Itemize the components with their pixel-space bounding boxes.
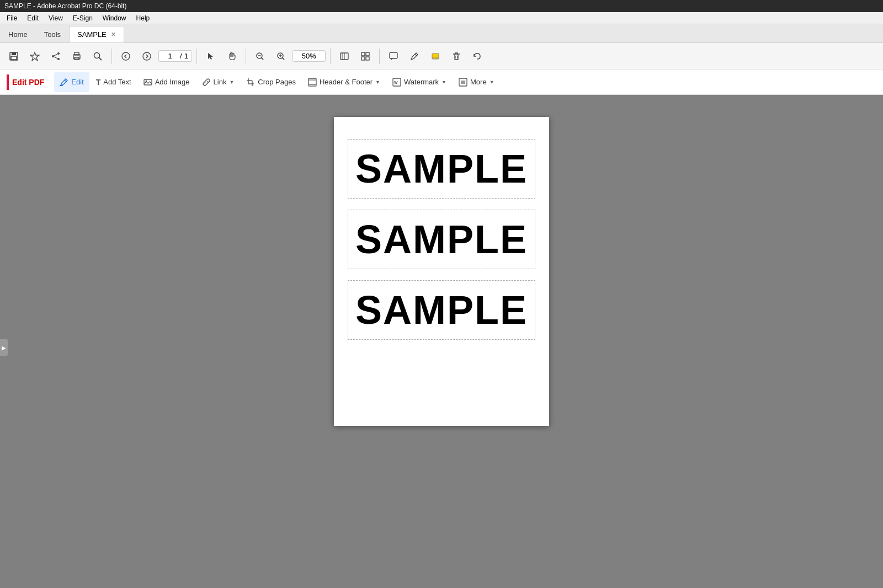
watermark-btn[interactable]: W Watermark ▼ xyxy=(387,72,452,92)
svg-rect-45 xyxy=(308,78,316,86)
menu-help[interactable]: Help xyxy=(132,13,155,23)
svg-rect-29 xyxy=(361,57,365,60)
star-icon xyxy=(30,51,40,61)
main-content: ▶ SAMPLE SAMPLE SAMPLE xyxy=(0,95,883,588)
tab-sample[interactable]: SAMPLE ✕ xyxy=(69,26,124,42)
grid-icon xyxy=(360,51,370,61)
tab-tools[interactable]: Tools xyxy=(36,26,69,42)
separator-5 xyxy=(379,49,380,64)
add-image-btn[interactable]: Add Image xyxy=(138,72,195,92)
undo-button[interactable] xyxy=(468,47,487,66)
menu-window[interactable]: Window xyxy=(98,13,131,23)
fit-page-icon xyxy=(339,51,349,61)
svg-line-21 xyxy=(282,57,284,60)
zoom-in-button[interactable] xyxy=(272,47,290,66)
header-footer-label: Header & Footer xyxy=(320,78,373,86)
main-toolbar: / 1 50% xyxy=(0,43,883,70)
delete-button[interactable] xyxy=(447,47,466,66)
panel-toggle[interactable]: ▶ xyxy=(0,339,8,356)
link-btn[interactable]: Link ▼ xyxy=(196,72,240,92)
delete-icon xyxy=(451,51,461,61)
cursor-icon xyxy=(206,52,215,61)
zoom-out-button[interactable] xyxy=(251,47,269,66)
next-page-icon xyxy=(142,52,151,61)
page-navigation: / 1 xyxy=(158,50,192,62)
menu-edit[interactable]: Edit xyxy=(23,13,43,23)
prev-page-button[interactable] xyxy=(116,47,135,66)
highlight-button[interactable] xyxy=(426,47,445,66)
text-block-3[interactable]: SAMPLE xyxy=(348,280,535,340)
tab-home-label: Home xyxy=(8,30,28,39)
crop-pages-label: Crop Pages xyxy=(258,78,296,86)
edit-pdf-text: Edit PDF xyxy=(12,78,44,87)
text-block-3-content: SAMPLE xyxy=(355,287,528,333)
crop-pages-btn[interactable]: Crop Pages xyxy=(241,72,301,92)
svg-point-5 xyxy=(52,55,54,57)
accent-bar xyxy=(7,74,9,90)
edit-btn-label: Edit xyxy=(71,78,83,86)
add-text-label: Add Text xyxy=(103,78,131,86)
title-bar: SAMPLE - Adobe Acrobat Pro DC (64-bit) xyxy=(0,0,883,12)
app-title: SAMPLE - Adobe Acrobat Pro DC (64-bit) xyxy=(4,2,126,10)
svg-rect-38 xyxy=(60,85,63,86)
svg-line-18 xyxy=(261,57,263,60)
menu-esign[interactable]: E-Sign xyxy=(68,13,97,23)
comment-icon xyxy=(389,51,398,61)
tab-home[interactable]: Home xyxy=(0,26,36,42)
page-input[interactable] xyxy=(162,52,178,60)
tab-sample-label: SAMPLE xyxy=(77,30,107,39)
comment-button[interactable] xyxy=(384,47,403,66)
menu-bar: File Edit View E-Sign Window Help xyxy=(0,12,883,24)
svg-point-4 xyxy=(57,52,60,55)
tab-bar: Home Tools SAMPLE ✕ xyxy=(0,24,883,43)
svg-point-12 xyxy=(94,52,100,58)
page-separator: / xyxy=(180,52,182,60)
prev-page-icon xyxy=(121,52,130,61)
pen-icon xyxy=(409,51,419,61)
header-footer-btn[interactable]: Header & Footer ▼ xyxy=(302,72,386,92)
save-icon xyxy=(9,51,19,61)
menu-file[interactable]: File xyxy=(2,13,22,23)
separator-2 xyxy=(196,49,197,64)
svg-rect-2 xyxy=(11,56,17,60)
svg-line-32 xyxy=(415,54,417,56)
select-tool-button[interactable] xyxy=(201,47,220,66)
svg-point-15 xyxy=(143,52,151,60)
share-icon xyxy=(51,51,61,61)
save-button[interactable] xyxy=(4,47,23,66)
print-icon xyxy=(72,51,82,61)
undo-icon xyxy=(472,51,482,61)
text-block-1[interactable]: SAMPLE xyxy=(348,139,535,199)
text-block-2[interactable]: SAMPLE xyxy=(348,210,535,269)
svg-rect-28 xyxy=(366,52,369,56)
zoom-level[interactable]: 50% xyxy=(292,50,326,62)
header-footer-dropdown: ▼ xyxy=(375,79,380,85)
tab-close-icon[interactable]: ✕ xyxy=(111,31,116,38)
svg-marker-16 xyxy=(208,53,213,60)
menu-view[interactable]: View xyxy=(44,13,67,23)
separator-4 xyxy=(330,49,331,64)
next-page-button[interactable] xyxy=(137,47,156,66)
edit-pdf-label: Edit PDF xyxy=(12,78,44,87)
print-button[interactable] xyxy=(67,47,86,66)
highlight-icon xyxy=(430,51,440,61)
header-footer-icon xyxy=(308,78,317,87)
add-text-icon: T xyxy=(96,78,101,87)
hand-tool-button[interactable] xyxy=(222,47,241,66)
link-icon xyxy=(202,78,211,87)
more-btn[interactable]: More ▼ xyxy=(453,72,500,92)
fit-page-button[interactable] xyxy=(335,47,354,66)
svg-rect-27 xyxy=(361,52,365,56)
svg-rect-11 xyxy=(75,57,79,60)
svg-line-13 xyxy=(99,57,102,60)
share-button[interactable] xyxy=(46,47,65,66)
add-text-btn[interactable]: T Add Text xyxy=(91,72,137,92)
edit-btn[interactable]: Edit xyxy=(54,72,89,92)
svg-marker-3 xyxy=(30,52,39,61)
pen-button[interactable] xyxy=(405,47,424,66)
grid-view-button[interactable] xyxy=(356,47,375,66)
separator-3 xyxy=(246,49,246,64)
search-button[interactable] xyxy=(88,47,107,66)
bookmark-button[interactable] xyxy=(25,47,44,66)
svg-line-37 xyxy=(65,80,66,82)
